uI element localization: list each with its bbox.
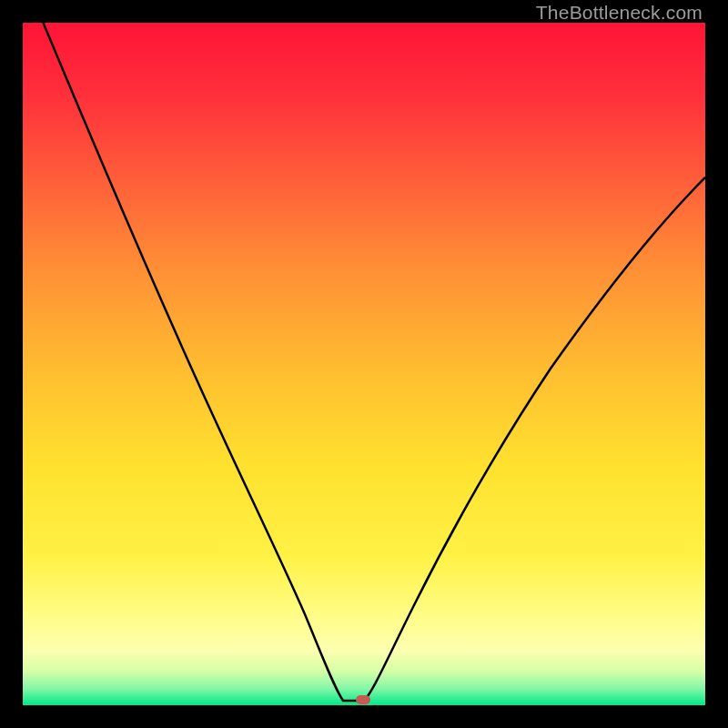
plot-area: [23, 23, 705, 705]
curve-path: [44, 23, 706, 701]
watermark-label: TheBottleneck.com: [536, 2, 703, 24]
chart-frame: TheBottleneck.com: [0, 0, 728, 728]
bottleneck-curve: [23, 23, 705, 705]
min-marker-icon: [356, 695, 370, 704]
